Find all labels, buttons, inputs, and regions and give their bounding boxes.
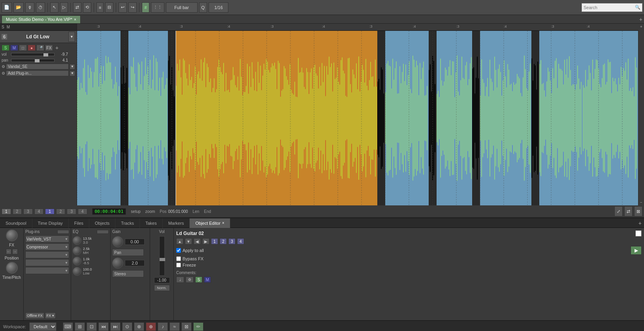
track-rec-btn[interactable]: ● — [28, 45, 36, 51]
timeline-ruler[interactable]: :3 :4 :3 :4 :3 :4 :3 :4 :3 :4 :3 :4 — [77, 24, 638, 31]
track-prev-btn[interactable]: ◀ — [194, 238, 201, 244]
transport-btn[interactable]: ⊡ — [87, 322, 97, 331]
loop-button[interactable]: ⟲ — [83, 2, 91, 13]
track-expand-btn[interactable]: ▼ — [68, 32, 75, 42]
pan-fader-thumb[interactable] — [35, 59, 40, 62]
fx-prev-btn[interactable]: ← — [6, 249, 11, 254]
track-down-btn[interactable]: ▼ — [185, 238, 192, 244]
bottom-s-btn[interactable]: S — [195, 276, 202, 283]
plugin3-select[interactable]: ▼ — [25, 251, 69, 258]
fx-next-btn[interactable]: → — [12, 249, 18, 254]
add-bottom-tab-btn[interactable]: + — [636, 220, 644, 226]
keyboard-btn[interactable]: ⌨ — [63, 322, 73, 331]
apply-to-all-checkbox[interactable] — [176, 248, 181, 253]
eq-knob-3[interactable] — [73, 257, 81, 265]
tab-time-display[interactable]: Time Display — [32, 218, 69, 228]
open-button[interactable]: 📂 — [13, 2, 24, 13]
marker-bar-btn[interactable]: ⊠ — [181, 322, 192, 331]
tab-tracks[interactable]: Tracks — [115, 218, 140, 228]
track-mute-btn[interactable]: □ — [19, 45, 27, 51]
project-tab[interactable]: Music Studio Demo - You Are.VIP* × — [2, 15, 81, 23]
project-tab-close[interactable]: × — [74, 17, 76, 22]
settings-btn[interactable]: ⚙ — [186, 276, 194, 283]
view-tab-1[interactable]: 1 — [2, 209, 11, 214]
grid-button[interactable]: ⋮⋮ — [151, 2, 164, 13]
tune-btn[interactable]: ♩ — [176, 276, 184, 283]
view-tab-7[interactable]: 3 — [67, 209, 76, 214]
track-up-btn[interactable]: ▲ — [176, 238, 183, 244]
track-color-swatch[interactable] — [635, 230, 642, 237]
track-num-2[interactable]: 2 — [220, 238, 227, 244]
play-button[interactable]: ▶ — [631, 246, 642, 255]
object-editor-tab-close[interactable]: × — [222, 221, 224, 225]
select-tool[interactable]: ↖ — [50, 2, 58, 13]
time-pitch-knob[interactable] — [6, 262, 18, 274]
shuffle-button[interactable]: ⇄ — [73, 2, 81, 13]
view-tab-3[interactable]: 3 — [23, 209, 33, 214]
split-button[interactable]: ≡ — [96, 2, 104, 13]
plugin2-expand[interactable]: ▼ — [70, 71, 75, 76]
plugins-toggle[interactable] — [57, 230, 69, 234]
full-bar-select[interactable]: Full bar — [166, 2, 198, 13]
add-track-bottom[interactable]: − — [640, 200, 642, 205]
view-tab-6[interactable]: 2 — [56, 209, 66, 214]
metronome-button[interactable]: ⏱ — [36, 2, 45, 13]
view-tab-8[interactable]: 4 — [78, 209, 87, 214]
track-fx-btn[interactable]: FX — [45, 45, 53, 51]
track-m-btn[interactable]: M — [10, 45, 18, 51]
pan-fader-track[interactable] — [11, 59, 55, 62]
search-icon[interactable]: 🔍 — [635, 5, 640, 10]
plugin4-select[interactable]: ▼ — [25, 259, 69, 266]
freeze-checkbox[interactable] — [176, 263, 181, 267]
tab-object-editor[interactable]: Object Editor × — [190, 218, 230, 228]
gain-knob-2[interactable] — [112, 258, 123, 269]
lock-btn[interactable]: ⊠ — [634, 206, 642, 216]
norm-button[interactable]: Norm. — [154, 285, 170, 291]
plugin5-select[interactable]: ▼ — [25, 267, 69, 274]
eq-toggle[interactable] — [97, 230, 109, 234]
sync-btn[interactable]: ⊗ — [134, 322, 144, 331]
trim-button[interactable]: ⊟ — [105, 2, 113, 13]
track-s-btn[interactable]: S — [2, 45, 9, 51]
notepad-btn[interactable]: ✏ — [193, 322, 203, 331]
transport-s-btn[interactable]: S — [2, 25, 4, 29]
tab-markers[interactable]: Markers — [163, 218, 190, 228]
link-btn[interactable]: ⇄ — [624, 206, 633, 216]
track-input-btn[interactable]: 🎤 — [36, 45, 44, 51]
redo-button[interactable]: ↪ — [128, 2, 137, 13]
eq-knob-1[interactable] — [73, 236, 81, 245]
track-next-btn[interactable]: ▶ — [202, 238, 209, 244]
workspace-select[interactable]: Default — [29, 322, 56, 331]
marker-tool[interactable]: ▷ — [60, 2, 68, 13]
bottom-m-btn[interactable]: M — [204, 276, 211, 283]
eq-main-btn[interactable]: ≈ — [169, 322, 180, 331]
plugin2-name[interactable]: Add Plug-in... — [6, 70, 69, 76]
waveform-area[interactable] — [77, 31, 638, 205]
record-button[interactable]: 🎙 — [25, 2, 34, 13]
eq-knob-2[interactable] — [73, 246, 81, 255]
view-tab-5[interactable]: 1 — [45, 209, 55, 214]
loop-transport-btn[interactable]: ⊙ — [122, 322, 132, 331]
plugin1-expand[interactable]: ▼ — [70, 64, 75, 70]
snap-button[interactable]: # — [142, 2, 149, 13]
tab-takes[interactable]: Takes — [140, 218, 163, 228]
fx-dropdown-btn[interactable]: FX ▾ — [45, 312, 56, 319]
view-tab-4[interactable]: 4 — [34, 209, 44, 214]
plugin1-select[interactable]: VariVerb_VST ▼ — [25, 235, 69, 243]
track-add-btn[interactable]: + — [55, 45, 58, 51]
plugin1-name[interactable]: Vandal_SE — [6, 64, 69, 70]
gain-knob-1[interactable] — [112, 236, 123, 247]
transport-m-btn[interactable]: M — [7, 25, 10, 29]
quantize-val[interactable]: 1/16 — [209, 2, 228, 13]
new-button[interactable]: 📄 — [2, 2, 12, 13]
back-btn[interactable]: ⏮ — [98, 322, 109, 331]
offline-fx-btn[interactable]: Offline FX — [25, 312, 44, 319]
fullscreen-btn[interactable]: ⤢ — [614, 206, 623, 216]
add-tab-button[interactable]: + — [639, 16, 642, 23]
add-track-top[interactable]: + — [640, 24, 642, 29]
tab-files[interactable]: Files — [69, 218, 89, 228]
fwd-btn[interactable]: ⏭ — [110, 322, 121, 331]
tab-soundpool[interactable]: Soundpool — [0, 218, 32, 228]
search-input[interactable] — [584, 5, 635, 10]
audio-btn[interactable]: ⊕ — [146, 322, 156, 331]
